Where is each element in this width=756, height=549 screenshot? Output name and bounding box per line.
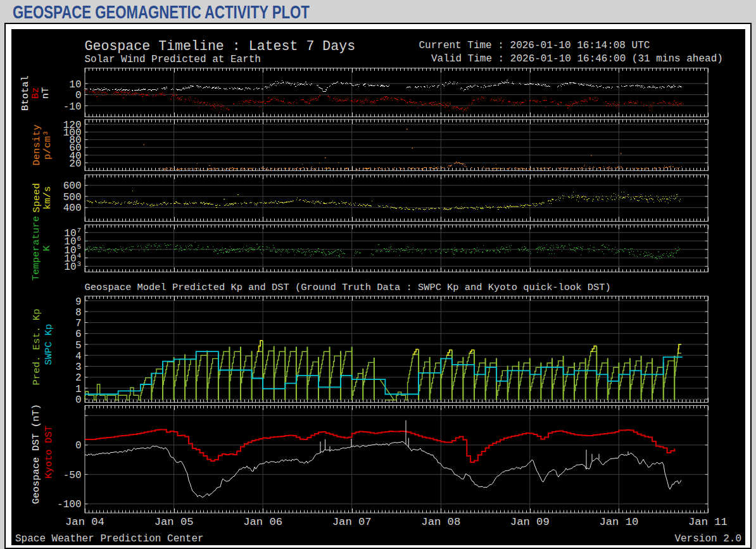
svg-text:4: 4 [77,252,82,260]
svg-text:400: 400 [63,203,82,214]
svg-text:3: 3 [77,260,82,268]
svg-text:8: 8 [75,307,82,319]
svg-text:500: 500 [63,192,82,203]
svg-text:0: 0 [75,90,82,101]
svg-text:Jan 09: Jan 09 [510,516,550,528]
svg-text:Jan 10: Jan 10 [599,516,638,528]
svg-text:K: K [41,245,53,251]
svg-text:Temperature: Temperature [30,216,42,281]
svg-text:-50: -50 [63,470,82,481]
svg-text:4: 4 [75,351,82,362]
svg-text:Version 2.0: Version 2.0 [674,533,741,545]
svg-text:Pred. Est. Kp: Pred. Est. Kp [31,309,42,386]
svg-text:Geospace Timeline : Latest 7 D: Geospace Timeline : Latest 7 Days [85,39,356,54]
svg-text:Jan 04: Jan 04 [65,516,104,528]
svg-text:10: 10 [69,79,81,91]
svg-text:Jan 06: Jan 06 [243,516,282,528]
svg-text:Jan 11: Jan 11 [688,516,728,528]
svg-text:Solar Wind Predicted at Earth: Solar Wind Predicted at Earth [85,54,261,65]
svg-text:Bz: Bz [30,87,41,99]
svg-text:6: 6 [77,235,82,243]
svg-text:Jan 07: Jan 07 [332,516,372,528]
svg-text:Current Time : 2026-01-10 16:1: Current Time : 2026-01-10 16:14:08 UTC [419,40,650,51]
svg-text:Valid Time : 2026-01-10 16:46:: Valid Time : 2026-01-10 16:46:00 (31 min… [431,53,723,65]
svg-text:20: 20 [69,158,81,170]
svg-text:5: 5 [77,243,82,251]
svg-text:Speed: Speed [31,183,42,213]
svg-text:0: 0 [75,394,82,406]
svg-text:Jan 08: Jan 08 [421,516,460,528]
svg-text:1: 1 [75,384,82,395]
svg-text:Kyoto DST: Kyoto DST [43,426,54,479]
svg-text:-100: -100 [57,499,81,510]
svg-text:0: 0 [75,440,82,451]
svg-text:10: 10 [64,262,76,273]
svg-text:3: 3 [75,362,82,373]
svg-text:Density: Density [31,124,42,165]
svg-text:5: 5 [75,340,82,351]
svg-text:Jan 05: Jan 05 [154,516,194,528]
svg-text:6: 6 [75,329,82,340]
svg-text:SWPC Kp: SWPC Kp [43,324,54,365]
svg-text:Geospace DST (nT): Geospace DST (nT) [30,404,42,504]
svg-text:9: 9 [75,296,82,308]
svg-text:-10: -10 [63,101,82,113]
svg-text:600: 600 [63,180,82,192]
svg-text:Geospace Model Predicted Kp an: Geospace Model Predicted Kp and DST (Gro… [85,282,611,293]
svg-text:7: 7 [77,227,82,234]
svg-text:km/s: km/s [42,186,53,210]
svg-text:2: 2 [75,372,82,384]
svg-text:nT: nT [40,87,51,99]
svg-text:p/cm³: p/cm³ [42,130,53,160]
svg-text:7: 7 [75,318,82,329]
svg-text:Space Weather Prediction Cente: Space Weather Prediction Center [15,533,204,545]
